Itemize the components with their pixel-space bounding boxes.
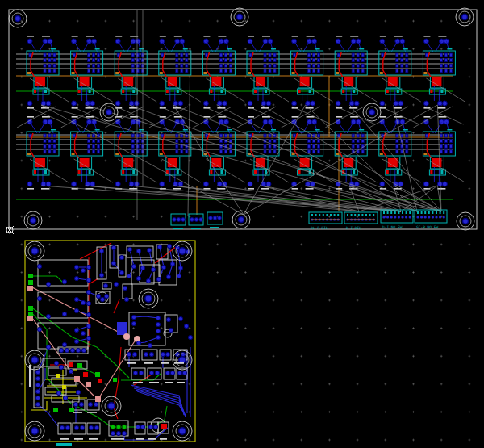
mounting-hole[interactable] (139, 289, 158, 308)
pad[interactable] (194, 218, 198, 222)
pad[interactable] (99, 273, 103, 277)
pad[interactable] (390, 216, 393, 218)
key-module[interactable] (71, 36, 103, 109)
pad[interactable] (148, 343, 152, 347)
pad[interactable] (35, 383, 40, 387)
pad[interactable] (432, 216, 434, 218)
pad[interactable] (136, 425, 140, 429)
pad[interactable] (111, 261, 115, 265)
pad[interactable] (76, 390, 80, 394)
pad[interactable] (398, 211, 399, 214)
pad[interactable] (436, 211, 437, 214)
pad[interactable] (53, 408, 58, 412)
pad[interactable] (80, 425, 84, 429)
pad[interactable] (37, 264, 41, 268)
pad[interactable] (111, 431, 115, 435)
pad[interactable] (147, 248, 151, 252)
pad[interactable] (114, 282, 118, 286)
pad[interactable] (46, 314, 50, 318)
pad[interactable] (74, 339, 78, 343)
pad[interactable] (166, 274, 170, 278)
pad[interactable] (144, 352, 148, 356)
pad[interactable] (140, 425, 144, 429)
pad[interactable] (122, 425, 127, 429)
pad[interactable] (69, 362, 73, 367)
pad[interactable] (406, 211, 407, 214)
connector[interactable]: D-I NO FW (381, 210, 413, 229)
pad[interactable] (127, 274, 131, 278)
mounting-hole[interactable] (100, 103, 118, 121)
pad[interactable] (165, 371, 169, 375)
pad[interactable] (170, 371, 174, 375)
pad[interactable] (123, 333, 130, 340)
pad[interactable] (177, 274, 181, 278)
pad[interactable] (99, 249, 103, 253)
pad[interactable] (334, 214, 336, 216)
pad[interactable] (54, 361, 58, 365)
connector[interactable] (171, 214, 186, 229)
key-module[interactable] (335, 36, 367, 109)
pad[interactable] (65, 348, 69, 352)
pad[interactable] (337, 214, 339, 216)
pad[interactable] (358, 214, 360, 216)
pad[interactable] (443, 211, 444, 214)
pad[interactable] (76, 348, 80, 352)
pad[interactable] (37, 296, 41, 300)
pad[interactable] (95, 372, 100, 377)
key-module[interactable] (27, 36, 59, 109)
key-module[interactable] (247, 116, 279, 190)
pad[interactable] (161, 352, 165, 356)
pad[interactable] (62, 312, 66, 316)
pad[interactable] (88, 402, 92, 406)
pad[interactable] (170, 262, 174, 266)
pad[interactable] (94, 425, 98, 429)
pad[interactable] (153, 425, 157, 429)
key-module[interactable] (291, 36, 323, 109)
pad[interactable] (133, 371, 137, 375)
pad[interactable] (184, 324, 188, 328)
pad[interactable] (62, 279, 66, 283)
pad[interactable] (382, 216, 385, 218)
connector[interactable]: OL-P DIL (309, 212, 342, 230)
pad[interactable] (390, 211, 392, 214)
pad[interactable] (28, 280, 33, 285)
signal-trace[interactable] (113, 406, 167, 427)
pad[interactable] (35, 376, 40, 380)
pad[interactable] (311, 214, 313, 216)
pad[interactable] (100, 297, 104, 301)
key-module[interactable] (379, 116, 411, 190)
connector[interactable] (189, 214, 203, 229)
pad[interactable] (435, 216, 437, 218)
pad[interactable] (351, 214, 353, 216)
signal-trace[interactable] (97, 347, 129, 378)
pad[interactable] (86, 336, 90, 340)
key-module[interactable] (423, 36, 455, 109)
pad[interactable] (37, 327, 41, 331)
pad[interactable] (166, 317, 170, 321)
pad[interactable] (35, 370, 40, 374)
pad[interactable] (161, 424, 167, 429)
pad[interactable] (330, 214, 332, 216)
pad[interactable] (81, 348, 86, 352)
mounting-hole[interactable] (173, 241, 192, 261)
mounting-hole[interactable] (173, 350, 192, 370)
pad[interactable] (113, 378, 117, 382)
pad[interactable] (139, 371, 143, 375)
mounting-hole[interactable] (173, 421, 192, 441)
pad[interactable] (373, 214, 374, 216)
pad[interactable] (136, 276, 140, 280)
pad[interactable] (35, 402, 40, 406)
pad[interactable] (86, 278, 90, 282)
pad[interactable] (70, 348, 74, 352)
mounting-hole[interactable] (457, 212, 474, 230)
pad[interactable] (119, 255, 123, 259)
pad[interactable] (156, 277, 161, 281)
pad[interactable] (177, 371, 182, 375)
pad[interactable] (73, 402, 77, 406)
mounting-hole[interactable] (363, 103, 381, 121)
pad[interactable] (394, 216, 396, 218)
signal-trace[interactable] (139, 337, 158, 343)
pad[interactable] (46, 282, 50, 286)
pad[interactable] (394, 211, 396, 214)
pad[interactable] (199, 218, 203, 222)
